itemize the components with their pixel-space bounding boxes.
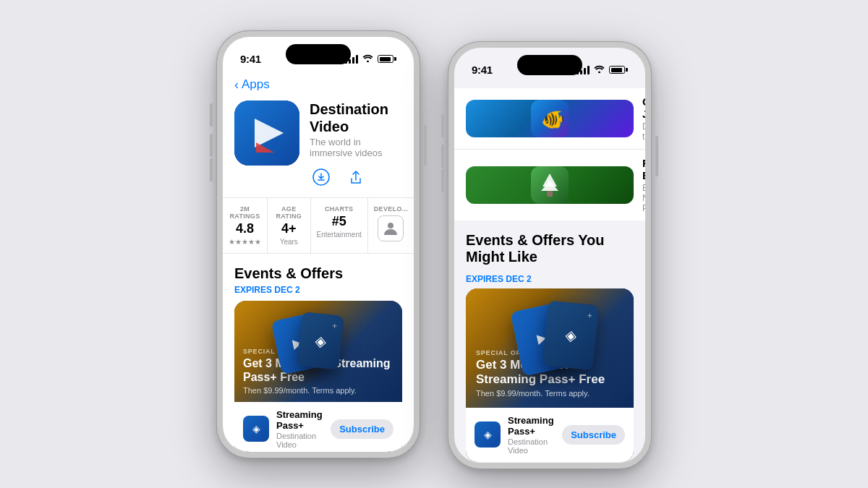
svg-point-7 [598,72,600,74]
iap-app: Destination Video [276,432,323,449]
developer-icon [383,221,399,236]
share-icon [348,169,364,185]
rating-age: AGE RATING 4+ Years [268,198,311,253]
expires-label-2: EXPIRES DEC 2 [454,274,645,288]
events-title: Events & Offers [234,265,402,282]
rating-stars: ★★★★★ [229,238,261,246]
share-button[interactable] [344,166,367,189]
phone-1: 9:41 [217,31,420,458]
app-name: Destination Video [310,100,402,135]
iap-app-2: Destination Video [508,437,555,455]
rating-count-value: 4.8 [229,221,261,236]
expires-label: EXPIRES DEC 2 [223,285,414,295]
chevron-left-icon: ‹ [234,78,239,91]
svg-point-6 [388,223,393,228]
rating-age-sub: Years [273,238,305,246]
map-pin-icon: ◈ [314,331,326,349]
events-section-header-2: Events & Offers You Might Like [454,221,645,271]
rating-charts-label: CHARTS [317,205,362,213]
dev-icon [378,215,404,241]
back-label[interactable]: Apps [242,77,270,92]
app-list: 🐠 Ocean Journal Discover the ocean Get [454,88,645,221]
status-icons [345,53,396,64]
rating-charts-sub: Entertainment [317,231,362,239]
ocean-app-desc: Discover the ocean [642,121,645,142]
svg-point-0 [367,61,369,63]
app-detail-screen: ‹ Apps [223,72,414,452]
iap-icon: ◈ [243,416,269,442]
event-banner: ◈ + SPECIAL OFFER Get 3 Months of Stream… [234,301,402,402]
app-icon-svg [234,100,299,166]
download-icon [312,168,330,186]
svg-rect-13 [547,191,553,197]
battery-icon [378,55,396,63]
offer-subtitle-2: Then $9.99/month. Terms apply. [476,389,624,398]
phone-1-frame: 9:41 [217,31,420,458]
iap-name: Streaming Pass+ [276,409,323,431]
rating-age-label: AGE RATING [273,205,305,220]
status-time: 9:41 [240,53,261,65]
svg-text:🐠: 🐠 [541,108,565,131]
iap-icon-2: ◈ [475,421,501,448]
forest-app-info: Forest Explorer Explore the Nation's Par… [642,157,645,213]
rating-dev-label: DEVELO... [374,205,408,213]
events-section-title-2: Events & Offers You Might Like [466,232,634,265]
forest-app-name: Forest Explorer [642,157,645,181]
ocean-app-info: Ocean Journal Discover the ocean [642,95,645,142]
iap-pin-icon-2: ◈ [484,429,492,440]
event-card[interactable]: ◈ + SPECIAL OFFER Get 3 Months of Stream… [234,301,402,452]
status-time-2: 9:41 [472,64,493,76]
wifi-icon [362,53,373,64]
event-banner-large: ◈ + SPECIAL OFFER Get 3 Months of Stream… [466,288,634,408]
rating-charts: CHARTS #5 Entertainment [311,198,368,253]
ratings-row: 2M RATINGS 4.8 ★★★★★ AGE RATING 4+ Years… [223,197,414,254]
card-plus-icon: + [332,320,338,331]
dynamic-island-2 [517,55,582,75]
iap-info: Streaming Pass+ Destination Video [276,409,323,449]
iap-row-2: ◈ Streaming Pass+ Destination Video Subs… [466,408,634,462]
ocean-journal-icon: 🐠 [466,100,634,137]
list-item-forest: Forest Explorer Explore the Nation's Par… [454,150,645,221]
rating-count-label: 2M RATINGS [229,205,261,220]
offer-subtitle: Then $9.99/month. Terms apply. [243,386,393,395]
subscribe-button-2[interactable]: Subscribe [562,425,625,445]
rating-age-value: 4+ [273,221,305,236]
status-icons-2 [576,64,628,75]
iap-name-2: Streaming Pass+ [508,415,555,437]
app-subtitle: The world in immersive videos [310,137,402,158]
app-info: Destination Video The world in immersive… [310,100,402,189]
iap-pin-icon: ◈ [252,423,260,435]
download-button[interactable] [310,166,333,189]
app-actions [310,166,402,189]
subscribe-button[interactable]: Subscribe [331,419,393,439]
forest-explorer-icon [466,166,634,204]
rating-count: 2M RATINGS 4.8 ★★★★★ [223,198,268,253]
dynamic-island [286,44,351,64]
map-pin-icon-2: ◈ [564,326,576,344]
app-list-screen: 🐠 Ocean Journal Discover the ocean Get [454,82,645,463]
event-card-large[interactable]: ◈ + SPECIAL OFFER Get 3 Months of Stream… [466,288,634,462]
wifi-icon-2 [594,64,605,75]
float-card-2: ◈ + [297,312,344,370]
battery-icon-2 [609,66,628,74]
app-header: Destination Video The world in immersive… [223,95,414,197]
phone-2: 9:41 [448,42,651,468]
iap-info-2: Streaming Pass+ Destination Video [508,415,555,455]
phone-2-frame: 9:41 [448,42,651,468]
list-item-ocean: 🐠 Ocean Journal Discover the ocean Get [454,88,645,150]
ocean-app-name: Ocean Journal [642,95,645,120]
app-icon [234,100,299,166]
float-card-2b: ◈ + [542,300,599,370]
ocean-icon-svg: 🐠 [531,100,569,137]
forest-icon-svg [531,166,569,204]
forest-app-desc: Explore the Nation's Parks [642,183,645,213]
iap-row: ◈ Streaming Pass+ Destination Video Subs… [234,402,402,452]
card-plus-icon-2: + [587,310,592,321]
rating-dev: DEVELO... [368,198,414,253]
rating-charts-value: #5 [317,214,362,229]
map-card: ◈ [297,312,344,370]
events-section-header: Events & Offers [223,254,414,282]
back-nav[interactable]: ‹ Apps [223,72,414,95]
